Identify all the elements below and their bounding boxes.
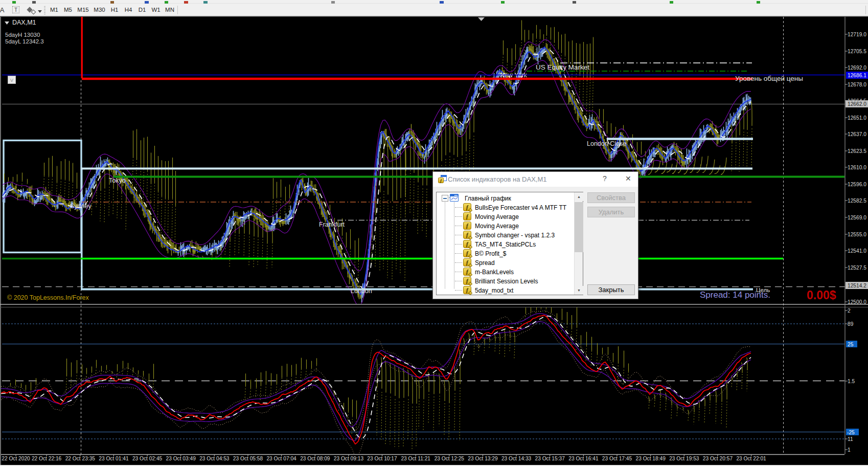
svg-text:Spread: 14 points.: Spread: 14 points. (700, 290, 770, 300)
svg-text:23 Oct 16:41: 23 Oct 16:41 (568, 456, 599, 461)
svg-text:23 Oct 02:45: 23 Oct 02:45 (132, 456, 163, 461)
svg-text:12651.0: 12651.0 (848, 115, 866, 121)
svg-text:V: V (10, 78, 13, 83)
svg-text:12527.5: 12527.5 (848, 265, 866, 271)
svg-text:23 Oct 15:37: 23 Oct 15:37 (535, 456, 565, 461)
svg-text:0.00$: 0.00$ (807, 289, 836, 302)
svg-text:London: London (351, 287, 372, 295)
svg-text:12662.0: 12662.0 (848, 101, 866, 107)
svg-text:89: 89 (848, 321, 854, 327)
svg-text:-25: -25 (847, 430, 855, 435)
svg-text:12678.0: 12678.0 (848, 82, 866, 87)
svg-text:5dayH 13030: 5dayH 13030 (5, 32, 40, 38)
svg-text:12719.0: 12719.0 (848, 32, 866, 37)
svg-text:23 Oct 05:58: 23 Oct 05:58 (233, 456, 263, 461)
svg-text:12596.0: 12596.0 (848, 182, 866, 187)
svg-text:23 Oct 04:53: 23 Oct 04:53 (199, 456, 230, 461)
svg-text:12541.0: 12541.0 (848, 248, 866, 254)
svg-text:23 Oct 18:49: 23 Oct 18:49 (636, 456, 666, 461)
svg-text:5dayL 12342.3: 5dayL 12342.3 (5, 38, 44, 45)
svg-text:22 Oct 23:35: 22 Oct 23:35 (65, 456, 96, 461)
svg-text:© 2020 TopLessons.In/Forex: © 2020 TopLessons.In/Forex (7, 294, 89, 301)
svg-text:12692.0: 12692.0 (848, 65, 866, 71)
svg-text:11: 11 (848, 436, 853, 442)
svg-text:22 Oct 22:16: 22 Oct 22:16 (32, 456, 62, 461)
svg-text:23 Oct 07:04: 23 Oct 07:04 (266, 456, 296, 461)
svg-text:12610.0: 12610.0 (848, 165, 866, 170)
svg-text:23 Oct 03:49: 23 Oct 03:49 (166, 456, 196, 461)
svg-text:25: 25 (848, 342, 854, 347)
svg-text:1.5: 1.5 (848, 379, 855, 384)
svg-text:22 Oct 2020: 22 Oct 2020 (2, 456, 30, 461)
svg-text:12582.5: 12582.5 (848, 198, 866, 204)
svg-text:Tokyo: Tokyo (109, 177, 126, 184)
svg-text:23 Oct 19:53: 23 Oct 19:53 (669, 456, 699, 461)
svg-text:Frankfurt: Frankfurt (319, 221, 345, 228)
svg-text:Уровень общей цены: Уровень общей цены (735, 75, 803, 82)
svg-text:23 Oct 01:41: 23 Oct 01:41 (99, 456, 129, 461)
svg-text:12637.0: 12637.0 (848, 131, 866, 137)
svg-text:2: 2 (848, 308, 851, 314)
svg-text:12569.0: 12569.0 (848, 215, 866, 220)
svg-text:12705.5: 12705.5 (848, 49, 866, 54)
svg-text:23 Oct 17:45: 23 Oct 17:45 (602, 456, 632, 461)
svg-text:23 Oct 08:09: 23 Oct 08:09 (300, 456, 330, 461)
svg-text:Sydney: Sydney (70, 203, 92, 210)
svg-text:US Equity Market: US Equity Market (536, 63, 589, 71)
svg-text:23 Oct 10:17: 23 Oct 10:17 (367, 456, 397, 461)
svg-text:23 Oct 14:33: 23 Oct 14:33 (501, 456, 532, 461)
svg-text:23 Oct 11:21: 23 Oct 11:21 (401, 456, 430, 461)
svg-text:23 Oct 13:29: 23 Oct 13:29 (468, 456, 498, 461)
svg-text:12623.5: 12623.5 (848, 148, 866, 154)
svg-text:12555.0: 12555.0 (848, 232, 866, 237)
svg-text:12500.0: 12500.0 (848, 299, 866, 305)
svg-text:1: 1 (848, 447, 851, 453)
svg-text:23 Oct 22:01: 23 Oct 22:01 (736, 456, 766, 461)
svg-text:12514.2: 12514.2 (848, 283, 866, 289)
svg-text:23 Oct 12:25: 23 Oct 12:25 (435, 456, 465, 461)
svg-text:London Close: London Close (587, 140, 626, 147)
svg-text:23 Oct 09:13: 23 Oct 09:13 (334, 456, 364, 461)
svg-text:23 Oct 20:57: 23 Oct 20:57 (703, 456, 733, 461)
svg-text:12686.1: 12686.1 (848, 73, 866, 78)
svg-text:DAX,M1: DAX,M1 (12, 19, 36, 26)
